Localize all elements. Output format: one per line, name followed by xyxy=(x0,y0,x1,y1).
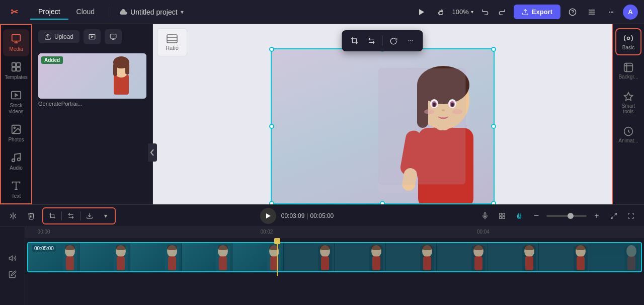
handle-bottom-left[interactable] xyxy=(269,201,274,204)
flip-tool-btn[interactable] xyxy=(364,33,379,48)
track-frame xyxy=(182,243,233,271)
playhead[interactable] xyxy=(277,238,278,276)
more-btn[interactable]: ··· xyxy=(604,5,618,19)
svg-rect-87 xyxy=(167,245,177,250)
edit-btn[interactable] xyxy=(6,268,19,281)
undo-btn[interactable] xyxy=(478,5,493,19)
tl-flip-btn[interactable] xyxy=(64,209,78,222)
nav-cloud[interactable]: Cloud xyxy=(68,5,103,20)
play-btn[interactable] xyxy=(260,208,276,224)
tl-crop-btn[interactable] xyxy=(45,209,59,222)
sidebar-item-media[interactable]: Media xyxy=(3,29,29,56)
play-mode-btn[interactable] xyxy=(414,5,428,19)
sidebar-item-audio[interactable]: Audio xyxy=(3,148,29,175)
timeline-tools-group: ▾ xyxy=(42,207,116,224)
basic-icon xyxy=(623,33,633,43)
media-type-screen-btn[interactable] xyxy=(105,29,122,44)
right-panel-background[interactable]: Backgr... xyxy=(615,57,641,85)
text-icon xyxy=(11,180,22,191)
svg-rect-108 xyxy=(423,256,431,270)
tl-download-more-btn[interactable]: ▾ xyxy=(99,209,113,222)
panel-collapse-btn[interactable] xyxy=(148,143,157,162)
right-panel-basic[interactable]: Basic xyxy=(615,28,641,55)
avatar: A xyxy=(623,5,638,20)
timeline-left-controls xyxy=(0,227,25,305)
tl-download-btn[interactable] xyxy=(83,209,97,222)
ratio-btn[interactable]: Ratio xyxy=(157,28,187,56)
sidebar-item-stock-videos[interactable]: Stock videos xyxy=(3,86,29,119)
tl-crop-icon xyxy=(49,212,56,219)
canvas-preview xyxy=(153,48,612,204)
zoom-slider[interactable] xyxy=(546,215,587,217)
svg-rect-37 xyxy=(167,35,177,43)
upload-label: Upload xyxy=(54,33,73,40)
handle-mid-left[interactable] xyxy=(269,124,274,129)
split-btn[interactable] xyxy=(6,209,20,223)
handle-mid-right[interactable] xyxy=(491,124,496,129)
svg-point-16 xyxy=(18,158,21,161)
right-panel-animate[interactable]: Animat... xyxy=(615,121,641,148)
crop-icon xyxy=(351,37,359,45)
split-icon xyxy=(9,212,17,220)
project-dropdown-icon[interactable]: ▾ xyxy=(181,9,184,16)
sidebar-label-media: Media xyxy=(9,46,23,52)
fit-btn[interactable] xyxy=(607,209,621,223)
handle-top-right[interactable] xyxy=(491,47,496,52)
rotate-tool-btn[interactable] xyxy=(386,33,401,48)
sidebar-item-templates[interactable]: Templates xyxy=(3,57,29,85)
frame-figure xyxy=(112,243,130,271)
grid-icon xyxy=(499,212,506,219)
export-btn[interactable]: Export xyxy=(514,5,560,19)
video-track[interactable]: 00:05:00 xyxy=(27,242,642,272)
basic-label: Basic xyxy=(622,45,634,50)
svg-marker-76 xyxy=(9,256,12,260)
magnet-btn[interactable] xyxy=(512,209,526,223)
layers-btn[interactable] xyxy=(585,5,599,19)
svg-line-74 xyxy=(614,213,616,215)
sidebar-label-photos: Photos xyxy=(8,137,24,143)
upload-btn[interactable]: Upload xyxy=(38,30,79,43)
handle-bottom-right[interactable] xyxy=(491,201,496,204)
right-panel-smart-tools[interactable]: Smart tools xyxy=(615,87,641,119)
project-name-area: Untitled project ▾ xyxy=(119,8,183,16)
zoom-out-btn[interactable]: − xyxy=(529,209,543,223)
project-name: Untitled project xyxy=(130,8,177,16)
delete-btn[interactable] xyxy=(24,209,38,223)
timeline-center-controls: 00:03:09 | 00:05:00 xyxy=(260,208,334,224)
track-frame xyxy=(79,243,131,271)
sidebar-item-photos[interactable]: Photos xyxy=(3,120,29,147)
top-nav: Project Cloud xyxy=(30,5,103,20)
grid-btn[interactable] xyxy=(495,209,509,223)
fullscreen-btn[interactable] xyxy=(624,209,638,223)
media-item[interactable]: Added GeneratePortrai... xyxy=(38,53,146,107)
svg-point-122 xyxy=(626,245,636,257)
track-frame xyxy=(539,243,590,271)
hand-tool-btn[interactable] xyxy=(433,5,447,19)
svg-rect-84 xyxy=(117,256,125,270)
crop-tool-btn[interactable] xyxy=(347,33,362,48)
volume-btn[interactable] xyxy=(6,252,19,265)
zoom-in-btn[interactable]: + xyxy=(590,209,604,223)
timeline-main: 00:00 00:02 00:04 00:05:00 xyxy=(25,227,644,305)
frame-figure xyxy=(316,243,334,271)
zoom-control[interactable]: 100% ▾ xyxy=(452,8,473,16)
frame-figure xyxy=(622,243,640,271)
nav-project[interactable]: Project xyxy=(30,5,68,20)
timeline-track-area: 00:00 00:02 00:04 00:05:00 xyxy=(0,227,644,305)
svg-rect-30 xyxy=(89,34,95,39)
sidebar-item-text[interactable]: Text xyxy=(3,176,29,203)
upload-icon xyxy=(44,33,51,40)
zoom-slider-thumb xyxy=(568,213,574,219)
help-btn[interactable] xyxy=(566,5,580,19)
top-bar: ✂ Project Cloud Untitled project ▾ 100% … xyxy=(0,0,644,24)
more-options-btn[interactable]: ··· xyxy=(403,33,418,48)
track-frame xyxy=(488,243,539,271)
handle-top-left[interactable] xyxy=(269,47,274,52)
canvas-image-container[interactable] xyxy=(271,48,495,204)
mic-btn[interactable] xyxy=(478,209,492,223)
handle-bottom-mid[interactable] xyxy=(380,201,385,204)
media-type-video-btn[interactable] xyxy=(84,29,101,44)
zoom-level: 100% xyxy=(452,8,469,16)
canvas-area: Ratio ··· xyxy=(153,24,612,204)
redo-btn[interactable] xyxy=(495,5,509,19)
